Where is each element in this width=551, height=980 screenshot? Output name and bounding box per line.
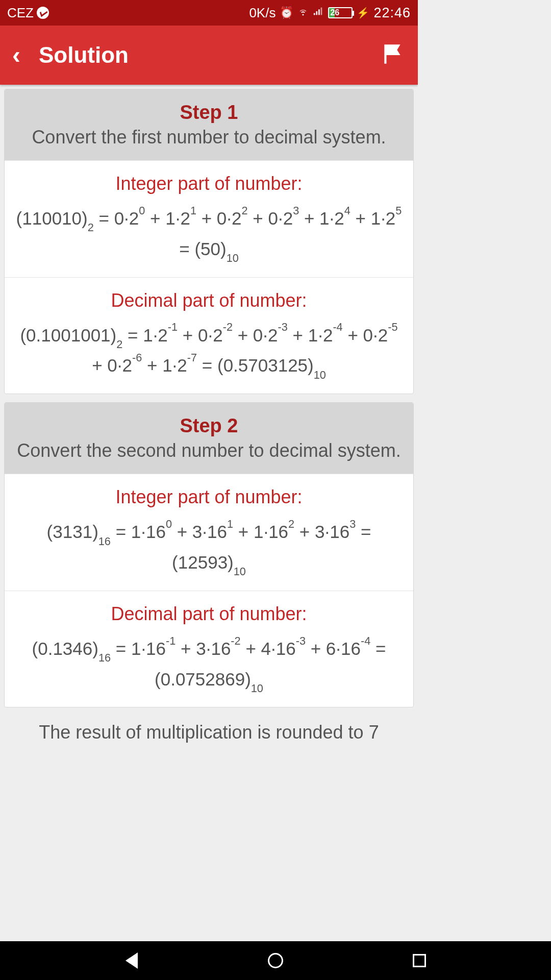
step-section: Integer part of number: (3131)16 = 1·160…: [5, 474, 413, 591]
step-header: Step 2 Convert the second number to deci…: [5, 403, 413, 474]
wifi-icon: [297, 6, 309, 20]
step-card: Step 2 Convert the second number to deci…: [4, 402, 414, 707]
back-button[interactable]: ‹: [12, 43, 20, 67]
svg-rect-2: [318, 9, 320, 15]
step-desc: Convert the second number to decimal sys…: [13, 440, 405, 461]
section-label: Decimal part of number:: [13, 603, 405, 625]
step-header: Step 1 Convert the first number to decim…: [5, 89, 413, 160]
trailing-text: The result of multiplication is rounded …: [4, 716, 414, 743]
cell-signal-icon: [313, 6, 324, 20]
battery-icon: 26: [328, 7, 353, 18]
clock-label: 22:46: [373, 5, 411, 21]
math-expression: (0.1346)16 = 1·16-1 + 3·16-2 + 4·16-3 + …: [13, 634, 405, 695]
step-desc: Convert the first number to decimal syst…: [13, 127, 405, 148]
flag-icon: [380, 41, 406, 67]
content-scroll[interactable]: Step 1 Convert the first number to decim…: [0, 85, 418, 743]
app-bar: ‹ Solution: [0, 26, 418, 85]
svg-rect-1: [316, 11, 318, 15]
carrier-label: CEZ: [7, 5, 34, 21]
status-bar: CEZ 0K/s ⏰ 26 ⚡ 22:46: [0, 0, 418, 26]
svg-rect-3: [321, 8, 322, 15]
math-expression: (3131)16 = 1·160 + 3·161 + 1·162 + 3·163…: [13, 517, 405, 578]
step-title: Step 1: [13, 102, 405, 124]
page-title: Solution: [39, 42, 129, 68]
svg-rect-0: [314, 13, 315, 15]
step-title: Step 2: [13, 415, 405, 437]
step-section: Integer part of number: (110010)2 = 0·20…: [5, 160, 413, 277]
flag-button[interactable]: [380, 41, 406, 69]
section-label: Integer part of number:: [13, 486, 405, 508]
net-speed-label: 0K/s: [249, 5, 276, 21]
step-section: Decimal part of number: (0.1346)16 = 1·1…: [5, 591, 413, 707]
charging-icon: ⚡: [357, 7, 369, 19]
alarm-icon: ⏰: [280, 6, 293, 19]
section-label: Decimal part of number:: [13, 290, 405, 311]
step-card: Step 1 Convert the first number to decim…: [4, 89, 414, 394]
step-section: Decimal part of number: (0.1001001)2 = 1…: [5, 277, 413, 394]
math-expression: (110010)2 = 0·20 + 1·21 + 0·22 + 0·23 + …: [13, 204, 405, 265]
math-expression: (0.1001001)2 = 1·2-1 + 0·2-2 + 0·2-3 + 1…: [13, 321, 405, 382]
messenger-icon: [37, 7, 49, 19]
section-label: Integer part of number:: [13, 173, 405, 194]
